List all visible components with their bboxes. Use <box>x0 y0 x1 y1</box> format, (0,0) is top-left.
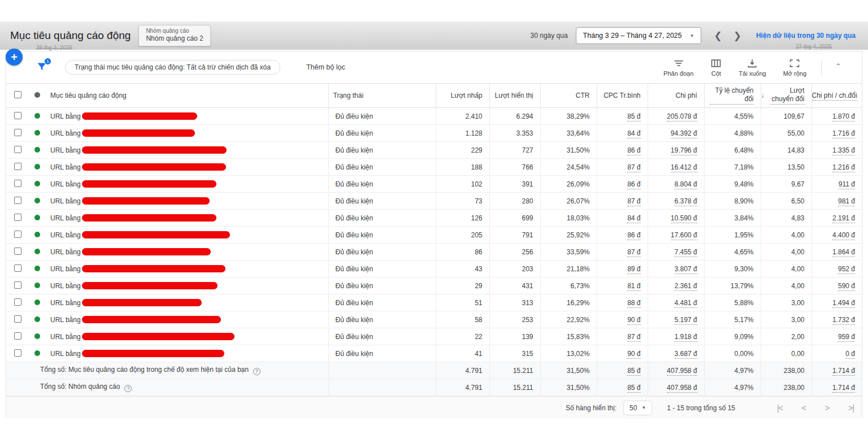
first-page-button[interactable]: |< <box>777 403 783 413</box>
prev-date-range-button[interactable]: ❮ <box>708 30 727 42</box>
totals-conv-rate: 4,97% <box>704 362 761 379</box>
show-data-link[interactable]: Hiện dữ liệu trong 30 ngày qua <box>756 32 856 40</box>
target-name-cell[interactable]: URL bằng <box>46 159 328 176</box>
column-header-clicks[interactable]: Lượt nhấp <box>436 84 489 108</box>
target-name-cell[interactable]: URL bằng <box>46 125 328 142</box>
target-name-cell[interactable]: URL bằng <box>46 345 328 362</box>
column-header-impressions[interactable]: Lượt hiển thị <box>489 84 540 108</box>
metric-clicks-value: 58 <box>475 316 482 324</box>
row-checkbox[interactable] <box>14 129 21 136</box>
totals-cpc: 85 đ <box>597 362 648 379</box>
metric-cost-value: 2.361 đ <box>674 282 697 291</box>
page-size-select[interactable]: 50 ▼ <box>623 401 652 415</box>
columns-button[interactable]: Cột <box>710 58 722 77</box>
target-name-cell[interactable]: URL bằng <box>46 227 328 244</box>
toolbar-divider <box>821 60 822 75</box>
row-checkbox-cell <box>6 108 29 125</box>
target-name-cell[interactable]: URL bằng <box>46 142 328 159</box>
target-name-cell[interactable]: URL bằng <box>46 261 328 277</box>
metric-conv: 4,00 <box>761 261 811 277</box>
metric-cpc-value: 87 đ <box>627 248 640 257</box>
enabled-status-icon <box>34 164 40 170</box>
row-checkbox[interactable] <box>14 281 21 289</box>
target-name-cell[interactable]: URL bằng <box>46 277 328 294</box>
row-checkbox[interactable] <box>14 231 21 238</box>
metric-clicks-value: 22 <box>475 333 482 341</box>
metric-conv: 4,00 <box>761 227 811 244</box>
ad-group-breadcrumb[interactable]: Nhóm quảng cáo Nhóm quảng cáo 2 <box>138 25 210 47</box>
metric-cost-conv-value: 911 đ <box>839 180 855 189</box>
target-name-cell[interactable]: URL bằng <box>46 328 328 345</box>
segment-button[interactable]: Phân đoạn <box>663 58 693 77</box>
filter-icon[interactable]: 1 <box>36 60 49 74</box>
select-all-checkbox[interactable] <box>14 91 21 98</box>
metric-cpc: 87 đ <box>597 159 648 176</box>
target-name-cell[interactable]: URL bằng <box>46 210 328 227</box>
row-status-dot-cell <box>29 142 46 159</box>
target-name-cell[interactable]: URL bằng <box>46 108 328 125</box>
row-checkbox[interactable] <box>14 315 21 323</box>
metric-cost-conv-value: 1.216 đ <box>832 163 855 172</box>
download-button[interactable]: Tải xuống <box>739 58 766 77</box>
date-range-selector[interactable]: Tháng 3 29 – Tháng 4 27, 2025 ▼ <box>576 27 702 44</box>
metric-impr: 391 <box>489 176 540 193</box>
expand-button[interactable]: Mở rộng <box>783 58 806 77</box>
row-checkbox-cell <box>6 277 29 294</box>
next-date-range-button[interactable]: ❯ <box>728 30 747 42</box>
column-header-ctr[interactable]: CTR <box>540 84 597 108</box>
metric-conv-rate-value: 9,09% <box>734 333 753 341</box>
next-page-button[interactable]: > <box>825 403 829 413</box>
column-header-cost-per-conv[interactable]: Chi phí / ch.đổi <box>811 84 862 108</box>
add-target-button[interactable]: + <box>6 49 23 66</box>
row-checkbox[interactable] <box>14 214 21 221</box>
collapse-table-button[interactable]: ⌃ <box>835 62 841 69</box>
column-header-name[interactable]: Mục tiêu quảng cáo động <box>46 84 328 108</box>
metric-cost-value: 3.687 đ <box>674 350 697 359</box>
totals-status-empty <box>328 362 436 379</box>
row-status-dot-cell <box>29 311 46 328</box>
metric-cpc-value: 84 đ <box>627 214 640 223</box>
column-header-conversions[interactable]: ↓Lượt chuyển đổi <box>761 84 811 108</box>
target-name-cell[interactable]: URL bằng <box>46 193 328 210</box>
target-name-prefix: URL bằng <box>50 129 81 137</box>
column-header-conv-rate[interactable]: Tỷ lệ chuyển đổi <box>704 84 761 108</box>
row-status-dot-cell <box>29 227 46 244</box>
totals-label-text: Tổng số: Mục tiêu quảng cáo động trong c… <box>40 366 249 374</box>
enabled-status-icon <box>34 147 40 153</box>
column-header-status[interactable]: Trạng thái <box>328 84 436 108</box>
metric-cpc-value: 90 đ <box>627 316 640 325</box>
row-checkbox[interactable] <box>14 349 21 357</box>
metric-conv: 4,00 <box>761 244 811 261</box>
row-checkbox[interactable] <box>14 298 21 306</box>
metric-conv-value: 0,00 <box>791 350 804 358</box>
row-checkbox[interactable] <box>14 112 21 119</box>
add-filter-button[interactable]: Thêm bộ lọc <box>306 63 345 71</box>
prev-page-button[interactable]: < <box>802 403 806 413</box>
metric-cost: 1.918 đ <box>648 328 704 345</box>
target-name-prefix: URL bằng <box>50 316 81 324</box>
metric-conv: 55,00 <box>761 125 811 142</box>
target-name-cell[interactable]: URL bằng <box>46 244 328 261</box>
row-checkbox[interactable] <box>14 264 21 272</box>
row-checkbox[interactable] <box>14 197 21 204</box>
row-checkbox[interactable] <box>14 146 21 153</box>
metric-conv-value: 4,00 <box>791 282 804 290</box>
enabled-status-icon <box>34 249 40 254</box>
help-icon[interactable]: ? <box>124 385 132 392</box>
target-name-cell[interactable]: URL bằng <box>46 176 328 193</box>
column-header-avg-cpc[interactable]: CPC Tr.bình <box>597 84 648 108</box>
row-checkbox[interactable] <box>14 163 21 170</box>
target-name-cell[interactable]: URL bằng <box>46 311 328 328</box>
last-page-button[interactable]: >| <box>848 403 854 413</box>
row-checkbox[interactable] <box>14 248 21 255</box>
target-name-cell[interactable]: URL bằng <box>46 294 328 311</box>
metric-clicks: 1.128 <box>436 125 489 142</box>
column-header-cost[interactable]: Chi phí <box>648 84 704 108</box>
metric-cost-value: 8.804 đ <box>674 180 697 189</box>
status-filter-chip[interactable]: Trạng thái mục tiêu quảng cáo động: Tất … <box>65 60 280 75</box>
row-checkbox[interactable] <box>14 332 21 340</box>
metric-conv-value: 4,00 <box>791 265 804 273</box>
row-checkbox[interactable] <box>14 180 21 187</box>
row-status-dot-cell <box>29 294 46 311</box>
help-icon[interactable]: ? <box>253 368 261 375</box>
